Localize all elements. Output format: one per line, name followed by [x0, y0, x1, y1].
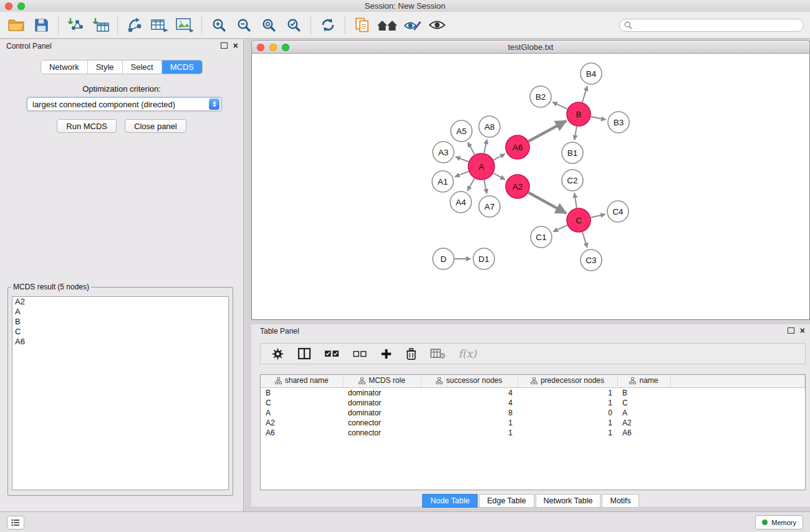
memory-status-icon: [762, 520, 768, 525]
folder-icon: [7, 17, 25, 32]
memory-button[interactable]: Memory: [755, 515, 803, 530]
delete-column-button[interactable]: [405, 347, 417, 360]
new-table-button[interactable]: [147, 14, 172, 36]
delete-table-button[interactable]: [430, 348, 445, 359]
import-network-button[interactable]: [63, 14, 88, 36]
table-panel-tabs: Node Table Edge Table Network Table Moti…: [251, 494, 810, 508]
status-bar: Memory: [0, 511, 810, 532]
graph-edge-A-A2[interactable]: [493, 173, 505, 180]
workspace: Control Panel × Network Style Select MCD…: [0, 39, 810, 511]
graph-edge-A-A3[interactable]: [456, 157, 469, 162]
list-item[interactable]: A2: [12, 297, 228, 307]
table-row[interactable]: Adominator80A: [261, 408, 805, 418]
network-window-titlebar[interactable]: testGlobe.txt: [251, 40, 810, 54]
float-panel-icon[interactable]: [788, 327, 794, 334]
table-settings-button[interactable]: [271, 347, 284, 360]
list-item[interactable]: A: [12, 307, 228, 317]
table-row[interactable]: A2connector11A2: [261, 418, 805, 428]
apply-layout-button[interactable]: [316, 14, 340, 36]
run-mcds-button[interactable]: Run MCDS: [57, 119, 117, 133]
home-button[interactable]: [375, 14, 400, 36]
graph-edge-A-A6[interactable]: [493, 154, 504, 160]
table-row[interactable]: A6connector11A6: [261, 428, 805, 438]
tab-motifs[interactable]: Motifs: [602, 494, 639, 508]
table-row[interactable]: Bdominator41B: [261, 388, 805, 399]
zoom-selected-button[interactable]: [281, 14, 306, 36]
tab-edge-table[interactable]: Edge Table: [479, 494, 534, 508]
export-image-button[interactable]: [172, 14, 197, 36]
tab-select[interactable]: Select: [123, 60, 162, 74]
table-row[interactable]: Cdominator41C: [261, 398, 805, 408]
tab-node-table[interactable]: Node Table: [422, 494, 478, 508]
graph-node-label-D: D: [440, 254, 446, 264]
graph-edge-C-C4[interactable]: [591, 215, 605, 218]
plus-icon: [380, 348, 392, 360]
graph-edge-C-C1[interactable]: [553, 225, 567, 231]
close-panel-icon[interactable]: ×: [233, 42, 238, 49]
column-header[interactable]: name: [617, 375, 670, 388]
tab-network[interactable]: Network: [41, 60, 88, 74]
graph-node-label-A5: A5: [456, 127, 467, 136]
unselect-all-columns-button[interactable]: [353, 349, 367, 359]
import-table-button[interactable]: [88, 14, 113, 36]
mcds-result-list[interactable]: A2 A B C A6: [12, 296, 229, 490]
toolbar-divider: [58, 16, 59, 34]
create-column-button[interactable]: [380, 348, 392, 360]
function-builder-button[interactable]: f(x): [458, 347, 476, 360]
graph-edge-B-B1[interactable]: [574, 127, 577, 140]
eye-pen-icon: [403, 17, 422, 32]
tab-network-table[interactable]: Network Table: [536, 494, 601, 508]
application-window: Session: New Session: [0, 0, 810, 532]
control-panel-tabs: Network Style Select MCDS: [0, 60, 243, 74]
close-panel-button[interactable]: Close panel: [125, 119, 186, 133]
column-header[interactable]: successor nodes: [421, 375, 518, 388]
graph-edge-B-B2[interactable]: [552, 102, 567, 109]
column-header[interactable]: predecessor nodes: [518, 375, 617, 388]
zoom-out-button[interactable]: [231, 14, 256, 36]
show-columns-button[interactable]: [297, 347, 311, 360]
show-graphics-details-button[interactable]: [425, 14, 450, 36]
hide-graphics-details-button[interactable]: [400, 14, 425, 36]
attribute-tree-icon: [359, 377, 365, 384]
main-titlebar[interactable]: Session: New Session: [0, 0, 810, 12]
toolbar-divider: [117, 16, 118, 34]
graph-edge-A-A8[interactable]: [484, 140, 486, 153]
attribute-tree-icon: [275, 377, 282, 384]
graph-edge-A-A1[interactable]: [455, 172, 469, 177]
floppy-icon: [34, 18, 49, 32]
graph-edge-A-A4[interactable]: [468, 178, 475, 191]
session-report-button[interactable]: [350, 14, 375, 36]
open-session-button[interactable]: [4, 14, 29, 36]
search-input[interactable]: [635, 20, 803, 30]
node-table: shared name MCDS role successor nodes pr…: [260, 374, 806, 490]
select-all-columns-button[interactable]: [324, 349, 340, 359]
graph-edge-A-A5[interactable]: [468, 142, 475, 155]
graph-node-label-C: C: [576, 216, 582, 225]
graph-edge-C-C3[interactable]: [582, 232, 587, 248]
network-window-title: testGlobe.txt: [252, 41, 809, 54]
new-network-button[interactable]: [122, 14, 147, 36]
close-panel-icon[interactable]: ×: [800, 327, 805, 334]
graph-edge-A2-C[interactable]: [529, 193, 566, 213]
column-header[interactable]: shared name: [261, 375, 343, 388]
list-item[interactable]: B: [12, 317, 228, 327]
save-session-button[interactable]: [29, 14, 54, 36]
list-item[interactable]: C: [12, 327, 228, 337]
float-panel-icon[interactable]: [221, 42, 228, 49]
graph-edge-C-C2[interactable]: [574, 193, 577, 208]
tab-style[interactable]: Style: [88, 60, 123, 74]
criterion-dropdown[interactable]: largest connected component (directed): [27, 97, 221, 111]
graph-edge-B-B4[interactable]: [582, 86, 587, 102]
graph-node-label-C3: C3: [586, 256, 596, 265]
graph-edge-B-B3[interactable]: [591, 117, 606, 120]
list-item[interactable]: A6: [12, 337, 228, 347]
zoom-in-button[interactable]: [206, 14, 231, 36]
graph-edge-A6-B[interactable]: [529, 121, 566, 142]
zoom-fit-button[interactable]: [256, 14, 281, 36]
task-history-button[interactable]: [7, 516, 24, 530]
network-canvas[interactable]: AA1A2A3A4A5A6A7A8BB1B2B3B4CC1C2C3C4DD1: [251, 54, 810, 320]
tab-mcds[interactable]: MCDS: [162, 60, 202, 74]
graph-edge-A-A7[interactable]: [484, 180, 486, 194]
import-table-icon: [91, 17, 110, 33]
column-header[interactable]: MCDS role: [343, 375, 421, 388]
